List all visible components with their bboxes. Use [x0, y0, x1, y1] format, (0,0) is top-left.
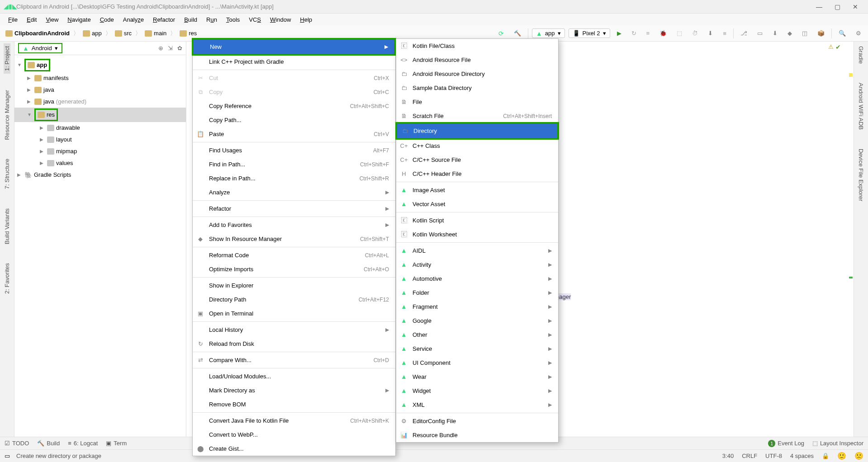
encoding[interactable]: UTF-8 — [765, 453, 782, 459]
menu-analyze[interactable]: Analyze — [119, 15, 147, 24]
tab-layout-inspector[interactable]: ⬚Layout Inspector — [812, 440, 863, 447]
crumb-app[interactable]: app — [81, 29, 104, 38]
statusbar-icon[interactable]: ▭ — [5, 453, 10, 459]
face-sad-icon[interactable]: 🙁 — [854, 452, 863, 460]
menu-window[interactable]: Window — [266, 15, 294, 24]
tree-gradle[interactable]: ▶🐘Gradle Scripts — [14, 169, 186, 181]
ctx-res-item-mark-directory-as[interactable]: Mark Directory as▶ — [193, 383, 395, 397]
tree-java-generated[interactable]: ▶java (generated) — [14, 96, 186, 108]
ctx-res-item-refactor[interactable]: Refactor▶ — [193, 202, 395, 216]
ctx-new-item-automotive[interactable]: ▲Automotive▶ — [396, 272, 558, 286]
stop-button[interactable]: ■ — [720, 28, 730, 38]
tree-layout[interactable]: ▶layout — [14, 134, 186, 146]
menu-vcs[interactable]: VCS — [245, 15, 265, 24]
tree-drawable[interactable]: ▶drawable — [14, 122, 186, 134]
crumb-main[interactable]: main — [143, 29, 168, 38]
tree-java[interactable]: ▶java — [14, 84, 186, 96]
ctx-res-item-new[interactable]: New▶ — [194, 40, 394, 54]
minimize-button[interactable]: — — [815, 3, 824, 10]
ctx-new-item-editorconfig-file[interactable]: ⚙EditorConfig File — [396, 414, 558, 428]
ctx-new-item-service[interactable]: ▲Service▶ — [396, 342, 558, 356]
ctx-new-item-activity[interactable]: ▲Activity▶ — [396, 258, 558, 272]
ctx-res-item-add-to-favorites[interactable]: Add to Favorites▶ — [193, 218, 395, 232]
sync-gradle-button[interactable]: ⟳ — [495, 29, 507, 38]
gear-icon[interactable]: ✿ — [177, 45, 182, 52]
box-button[interactable]: 📦 — [814, 28, 828, 38]
ctx-res-item-find-usages[interactable]: Find UsagesAlt+F7 — [193, 143, 395, 157]
tab-wifi-adb[interactable]: Android WiFi ADB — [858, 80, 864, 132]
menu-edit[interactable]: Edit — [23, 15, 40, 24]
profile-button[interactable]: ⏱ — [689, 28, 701, 38]
menu-navigate[interactable]: Navigate — [64, 15, 94, 24]
ctx-new-item-scratch-file[interactable]: 🗎Scratch FileCtrl+Alt+Shift+Insert — [396, 109, 558, 123]
ctx-res-item-convert-java-file-to-kotlin-file[interactable]: Convert Java File to Kotlin FileCtrl+Alt… — [193, 414, 395, 428]
ctx-new-item-other[interactable]: ▲Other▶ — [396, 328, 558, 342]
ctx-new-item-google[interactable]: ▲Google▶ — [396, 314, 558, 328]
lock-icon[interactable]: 🔒 — [822, 453, 829, 459]
ctx-new-item-directory[interactable]: 🗀Directory — [397, 124, 557, 138]
resource-mgr-button[interactable]: ◆ — [784, 28, 795, 38]
ctx-res-item-convert-to-webp-[interactable]: Convert to WebP... — [193, 428, 395, 442]
ctx-new-item-resource-bundle[interactable]: 📊Resource Bundle — [396, 428, 558, 442]
settings-button[interactable]: ⚙ — [853, 28, 864, 38]
ctx-new-item-kotlin-worksheet[interactable]: 🇰Kotlin Worksheet — [396, 227, 558, 241]
tree-values[interactable]: ▶values — [14, 157, 186, 169]
ctx-res-item-create-gist-[interactable]: ⬤Create Gist... — [193, 442, 395, 456]
ctx-new-item-android-resource-directory[interactable]: 🗀Android Resource Directory — [396, 67, 558, 81]
tab-gradle[interactable]: Gradle — [858, 43, 864, 66]
ctx-res-item-paste[interactable]: 📋PasteCtrl+V — [193, 127, 395, 141]
tree-res[interactable]: ▼res — [14, 108, 186, 122]
menu-build[interactable]: Build — [180, 15, 201, 24]
ctx-res-item-find-in-path-[interactable]: Find in Path...Ctrl+Shift+F — [193, 157, 395, 171]
caret-position[interactable]: 3:40 — [722, 453, 734, 459]
make-project-button[interactable]: 🔨 — [511, 28, 524, 38]
tab-event-log[interactable]: 1Event Log — [768, 440, 804, 447]
menu-tools[interactable]: Tools — [223, 15, 243, 24]
ctx-res-item-copy-reference[interactable]: Copy ReferenceCtrl+Alt+Shift+C — [193, 99, 395, 113]
ctx-new-item-c-c-source-file[interactable]: C+C/C++ Source File — [396, 153, 558, 167]
ctx-res-item-load-unload-modules-[interactable]: Load/Unload Modules... — [193, 369, 395, 383]
menu-file[interactable]: File — [5, 15, 21, 24]
ctx-new-item-kotlin-file-class[interactable]: 🇰Kotlin File/Class — [396, 39, 558, 53]
ctx-new-item-c-class[interactable]: C+C++ Class — [396, 139, 558, 153]
ctx-new-item-folder[interactable]: ▲Folder▶ — [396, 286, 558, 300]
ctx-res-item-show-in-explorer[interactable]: Show in Explorer — [193, 278, 395, 292]
tree-manifests[interactable]: ▶manifests — [14, 72, 186, 84]
crumb-src[interactable]: src — [113, 29, 133, 38]
apply-changes-button[interactable]: ↻ — [628, 28, 640, 38]
face-happy-icon[interactable]: 🙂 — [837, 452, 846, 460]
ctx-res-item-compare-with-[interactable]: ⇄Compare With...Ctrl+D — [193, 353, 395, 367]
device-combo[interactable]: 📱Pixel 2▾ — [569, 28, 610, 38]
close-button[interactable]: ✕ — [851, 3, 860, 10]
tree-app[interactable]: ▼app — [14, 58, 186, 72]
tab-build-variants[interactable]: Build Variants — [4, 206, 10, 247]
coverage-button[interactable]: ⬚ — [674, 28, 685, 38]
crumb-res[interactable]: res — [178, 29, 199, 38]
ctx-new-item-widget[interactable]: ▲Widget▶ — [396, 384, 558, 398]
project-view-combo[interactable]: ▲ Android ▾ — [18, 43, 62, 53]
ctx-res-item-copy-path-[interactable]: Copy Path... — [193, 113, 395, 127]
ctx-res-item-replace-in-path-[interactable]: Replace in Path...Ctrl+Shift+R — [193, 171, 395, 185]
apply-code-button[interactable]: ≡ — [643, 28, 653, 38]
tab-resource-manager[interactable]: Resource Manager — [4, 87, 10, 143]
app-qual-button[interactable]: ◫ — [799, 28, 811, 38]
ctx-res-item-reload-from-disk[interactable]: ↻Reload from Disk — [193, 337, 395, 351]
indent[interactable]: 4 spaces — [790, 453, 814, 459]
menu-help[interactable]: Help — [296, 15, 316, 24]
tab-structure[interactable]: 7: Structure — [4, 156, 10, 192]
tab-logcat[interactable]: ≡6: Logcat — [68, 440, 98, 447]
ctx-res-item-show-in-resource-manager[interactable]: ◆Show In Resource ManagerCtrl+Shift+T — [193, 232, 395, 246]
ctx-res-item-reformat-code[interactable]: Reformat CodeCtrl+Alt+L — [193, 248, 395, 262]
sdk-button[interactable]: ⬇ — [769, 28, 781, 38]
run-button[interactable]: ▶ — [614, 28, 625, 38]
attach-debugger-button[interactable]: ⬇ — [705, 28, 716, 38]
tab-terminal[interactable]: ▣Term — [106, 440, 127, 447]
menu-run[interactable]: Run — [203, 15, 221, 24]
ctx-new-item-aidl[interactable]: ▲AIDL▶ — [396, 244, 558, 258]
ctx-res-item-optimize-imports[interactable]: Optimize ImportsCtrl+Alt+O — [193, 262, 395, 276]
ctx-res-item-local-history[interactable]: Local History▶ — [193, 323, 395, 337]
ctx-new-item-kotlin-script[interactable]: 🇰Kotlin Script — [396, 213, 558, 227]
ctx-new-item-c-c-header-file[interactable]: HC/C++ Header File — [396, 167, 558, 181]
ctx-res-item-link-c-project-with-gradle[interactable]: Link C++ Project with Gradle — [193, 55, 395, 69]
ctx-new-item-wear[interactable]: ▲Wear▶ — [396, 370, 558, 384]
